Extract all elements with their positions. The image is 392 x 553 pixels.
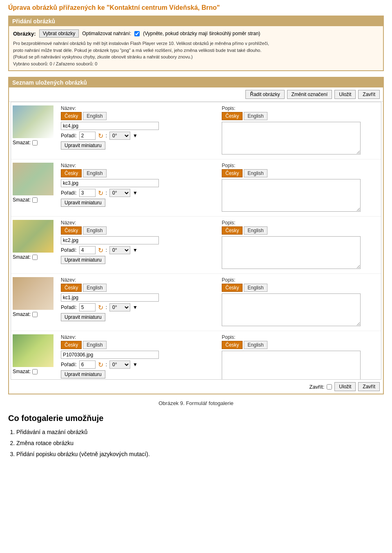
miniature-button-1[interactable]: Upravit miniaturu (61, 199, 105, 207)
order-label-4: Pořadí: (61, 362, 77, 367)
desc-textarea-2[interactable] (222, 236, 361, 269)
desc-textarea-0[interactable] (222, 122, 361, 154)
order-input-2[interactable] (79, 246, 96, 254)
name-input-2[interactable] (61, 236, 159, 244)
close-top-button[interactable]: Zavřít (358, 90, 380, 99)
sort-images-button[interactable]: Řadit obrázky (245, 90, 284, 99)
lang-other-name-4[interactable]: English (83, 341, 106, 349)
lang-tabs-name-0: Česky English (61, 112, 218, 120)
rotate-select-0[interactable]: 0° 90° 180° 270° (109, 132, 130, 140)
lang-active-name-1[interactable]: Česky (61, 169, 82, 177)
save-bottom-button[interactable]: Uložit (334, 382, 356, 391)
delete-row-2: Smazat: (13, 254, 38, 260)
order-input-3[interactable] (79, 303, 96, 311)
list-header: Seznam uložených obrázků (9, 78, 383, 87)
rotate-select-1[interactable]: 0° 90° 180° 270° (109, 189, 130, 197)
order-label-0: Pořadí: (61, 133, 77, 139)
lang-other-desc-2[interactable]: English (244, 226, 267, 235)
lang-tabs-desc-3: Česky English (222, 284, 379, 292)
name-input-3[interactable] (61, 293, 159, 302)
name-label-1: Název: (61, 163, 218, 168)
lang-other-desc-3[interactable]: English (244, 284, 267, 292)
delete-row-0: Smazat: (13, 140, 38, 146)
lang-other-desc-0[interactable]: English (244, 112, 267, 120)
name-input-0[interactable] (61, 122, 159, 130)
desc-textarea-3[interactable] (222, 293, 361, 326)
right-col-2: Popis: Česky English (222, 220, 379, 270)
image-list[interactable]: Smazat: Název: Česky English Pořadí: ↻ :… (11, 102, 381, 380)
lang-active-name-2[interactable]: Česky (61, 226, 82, 235)
bottom-toolbar: Zavřít: Uložit Zavřít (9, 380, 383, 394)
lang-other-name-0[interactable]: English (83, 112, 106, 120)
order-row-2: Pořadí: ↻ : 0° 90° 180° 270° ▼ (61, 246, 218, 254)
lang-tabs-desc-1: Česky English (222, 169, 379, 177)
close-bottom-button[interactable]: Zavřít (358, 382, 380, 391)
delete-checkbox-4[interactable] (32, 369, 38, 374)
miniature-button-2[interactable]: Upravit miniaturu (61, 256, 105, 264)
rotate-select-3[interactable]: 0° 90° 180° 270° (109, 303, 130, 311)
right-col-4: Popis: Česky English (222, 334, 379, 380)
lang-active-desc-4[interactable]: Česky (222, 341, 243, 349)
delete-checkbox-0[interactable] (32, 140, 38, 146)
rotate-icon-1: ↻ (98, 189, 103, 197)
optimize-hint: (Vypněte, pokud obrázky mají širokoúhlý … (143, 31, 260, 36)
rotate-icon-0: ↻ (98, 132, 103, 140)
features-title: Co fotogalerie umožňuje (8, 414, 384, 423)
lang-active-name-3[interactable]: Česky (61, 284, 82, 292)
lang-tabs-desc-2: Česky English (222, 226, 379, 235)
lang-other-name-1[interactable]: English (83, 169, 106, 177)
image-thumb-1 (13, 163, 53, 195)
lang-active-desc-2[interactable]: Česky (222, 226, 243, 235)
rotate-select-4[interactable]: 0° 90° 180° 270° (109, 360, 130, 369)
left-col-2: Smazat: (13, 220, 58, 260)
lang-other-name-3[interactable]: English (83, 284, 106, 292)
order-input-4[interactable] (79, 360, 96, 369)
info-text: Pro bezproblémové nahrání obrázků by měl… (13, 40, 379, 67)
rotate-colon-2: : (106, 247, 107, 253)
desc-label-2: Popis: (222, 220, 379, 226)
lang-tabs-name-2: Česky English (61, 226, 218, 235)
desc-textarea-4[interactable] (222, 351, 361, 380)
lang-active-name-4[interactable]: Česky (61, 341, 82, 349)
lang-tabs-desc-4: Česky English (222, 341, 379, 349)
name-input-1[interactable] (61, 179, 159, 187)
rotate-select-2[interactable]: 0° 90° 180° 270° (109, 246, 130, 254)
middle-col-4: Název: Česky English Pořadí: ↻ : 0° 90° … (61, 334, 218, 378)
delete-checkbox-1[interactable] (32, 197, 38, 203)
miniature-button-0[interactable]: Upravit miniaturu (61, 141, 105, 150)
lang-other-name-2[interactable]: English (83, 226, 106, 235)
lang-other-desc-1[interactable]: English (244, 169, 267, 177)
image-thumb-2 (13, 220, 53, 253)
delete-checkbox-3[interactable] (32, 312, 38, 317)
lang-active-desc-0[interactable]: Česky (222, 112, 243, 120)
lang-active-name-0[interactable]: Česky (61, 112, 82, 120)
name-label-0: Název: (61, 105, 218, 111)
list-item: Přidání popisku obrázku (včetně jazykový… (16, 449, 384, 459)
rotate-arrow-4: ▼ (133, 362, 138, 367)
name-label-3: Název: (61, 277, 218, 283)
delete-checkbox-2[interactable] (32, 255, 38, 260)
table-row: Smazat: Název: Česky English Pořadí: ↻ :… (11, 331, 381, 380)
change-marks-button[interactable]: Změnit označení (287, 90, 332, 99)
miniature-button-3[interactable]: Upravit miniaturu (61, 313, 105, 321)
lang-active-desc-1[interactable]: Česky (222, 169, 243, 177)
right-col-0: Popis: Česky English (222, 105, 379, 156)
order-input-1[interactable] (79, 189, 96, 197)
lang-active-desc-3[interactable]: Česky (222, 284, 243, 292)
order-input-0[interactable] (79, 132, 96, 140)
rotate-colon-0: : (106, 133, 107, 139)
select-images-button[interactable]: Vybrat obrázky (39, 29, 79, 38)
miniature-button-4[interactable]: Upravit miniaturu (61, 370, 105, 378)
table-row: Smazat: Název: Česky English Pořadí: ↻ :… (11, 274, 381, 331)
lang-other-desc-4[interactable]: English (244, 341, 267, 349)
name-input-4[interactable] (61, 351, 159, 359)
optimize-checkbox[interactable] (134, 31, 140, 36)
order-row-3: Pořadí: ↻ : 0° 90° 180° 270° ▼ (61, 303, 218, 311)
save-top-button[interactable]: Uložit (334, 90, 356, 99)
delete-label-2: Smazat: (13, 254, 31, 260)
image-caption: Obrázek 9. Formulář fotogalerie (8, 400, 384, 406)
table-row: Smazat: Název: Česky English Pořadí: ↻ :… (11, 217, 381, 274)
close-bottom-label: Zavřít: (309, 384, 324, 390)
close-checkbox[interactable] (327, 384, 332, 390)
desc-textarea-1[interactable] (222, 179, 361, 212)
